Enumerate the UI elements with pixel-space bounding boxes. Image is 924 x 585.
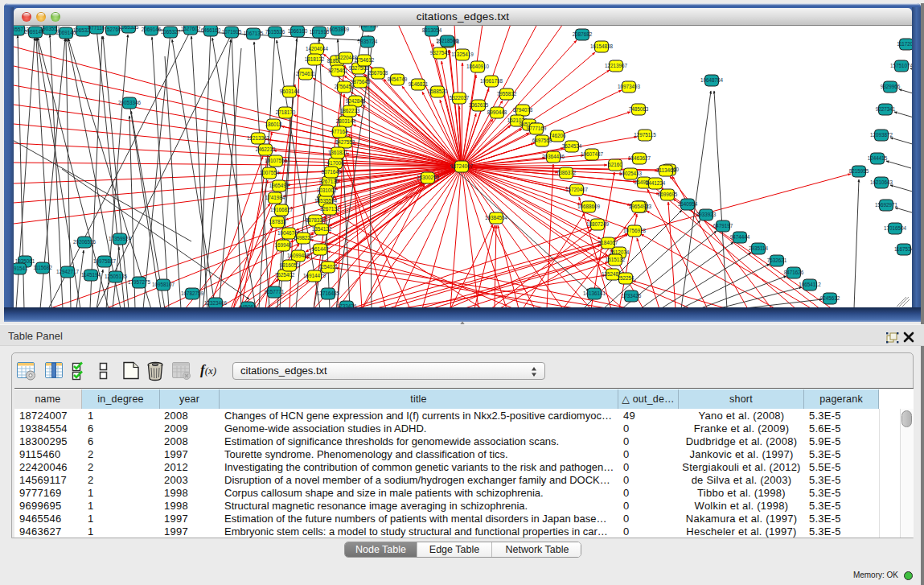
svg-text:10654112: 10654112 [799, 282, 821, 287]
svg-text:3267130: 3267130 [319, 179, 339, 184]
svg-text:8813054: 8813054 [422, 27, 442, 33]
svg-text:10025433: 10025433 [619, 171, 643, 176]
svg-text:19218506: 19218506 [436, 38, 459, 43]
svg-text:3624534: 3624534 [562, 143, 582, 149]
svg-text:2367608: 2367608 [368, 70, 388, 76]
svg-text:10975887: 10975887 [93, 258, 117, 264]
svg-text:2756451: 2756451 [335, 84, 355, 89]
svg-text:1640954: 1640954 [678, 201, 698, 207]
svg-text:9146821: 9146821 [409, 81, 429, 87]
svg-text:20206556: 20206556 [73, 239, 97, 245]
svg-text:977116: 977116 [88, 26, 105, 31]
svg-text:19384554: 19384554 [485, 215, 508, 220]
svg-text:5322037: 5322037 [450, 95, 470, 101]
svg-text:1615132: 1615132 [606, 257, 626, 262]
svg-text:1167534: 1167534 [894, 246, 912, 252]
svg-text:16782759: 16782759 [181, 290, 204, 296]
svg-text:7254021: 7254021 [318, 264, 339, 270]
svg-text:10607487: 10607487 [581, 151, 604, 157]
svg-text:169948: 169948 [274, 242, 292, 248]
svg-text:16914479: 16914479 [303, 273, 326, 278]
svg-text:13535594: 13535594 [314, 198, 338, 204]
svg-text:8878334: 8878334 [306, 217, 326, 223]
svg-text:1117205: 1117205 [897, 41, 912, 47]
svg-text:16053809: 16053809 [326, 27, 350, 32]
svg-text:1066160: 1066160 [288, 28, 308, 34]
svg-text:1244415: 1244415 [868, 155, 888, 161]
svg-text:961447: 961447 [311, 246, 329, 252]
svg-text:14220448: 14220448 [335, 55, 358, 60]
svg-text:9227341: 9227341 [876, 106, 896, 112]
svg-text:1733426: 1733426 [622, 293, 642, 299]
svg-text:10107556: 10107556 [265, 158, 288, 163]
svg-text:10958107: 10958107 [152, 282, 175, 287]
svg-text:1361821: 1361821 [328, 150, 348, 155]
svg-text:2935114: 2935114 [749, 245, 769, 251]
svg-text:13716485: 13716485 [317, 290, 340, 296]
svg-text:1115682: 1115682 [33, 265, 52, 270]
svg-text:17359924: 17359924 [109, 236, 132, 241]
svg-text:1071915: 1071915 [222, 29, 242, 35]
svg-text:391541: 391541 [14, 266, 28, 271]
svg-text:18300295: 18300295 [417, 175, 440, 180]
svg-text:6794078: 6794078 [513, 107, 533, 113]
svg-text:1065327: 1065327 [161, 29, 181, 35]
svg-text:62160: 62160 [608, 162, 622, 167]
svg-text:1031002: 1031002 [317, 187, 337, 193]
svg-text:186018: 186018 [265, 122, 282, 127]
svg-text:1065325: 1065325 [119, 26, 139, 30]
svg-text:945061: 945061 [239, 304, 257, 307]
svg-text:1354122: 1354122 [312, 226, 332, 232]
svg-text:1588520: 1588520 [428, 89, 448, 94]
svg-text:12093872: 12093872 [870, 132, 893, 138]
svg-text:252254: 252254 [617, 275, 634, 281]
svg-text:9329966: 9329966 [881, 84, 901, 89]
svg-text:7485063: 7485063 [629, 106, 649, 112]
svg-text:15720407: 15720407 [565, 187, 589, 192]
svg-text:14204044: 14204044 [306, 46, 329, 51]
svg-text:1267131: 1267131 [320, 206, 340, 212]
svg-text:1067135: 1067135 [244, 31, 264, 36]
svg-text:17016504: 17016504 [884, 225, 907, 231]
svg-text:1498222: 1498222 [294, 235, 314, 241]
svg-text:2462213: 2462213 [256, 146, 276, 152]
svg-text:1862213: 1862213 [340, 108, 360, 113]
svg-text:417006: 417006 [326, 160, 344, 166]
svg-text:1965498: 1965498 [269, 183, 290, 188]
svg-text:14136141: 14136141 [583, 290, 606, 296]
svg-text:3113469: 3113469 [656, 167, 676, 173]
svg-text:15692971: 15692971 [875, 202, 898, 208]
svg-text:12975115: 12975115 [634, 132, 656, 138]
svg-text:7515526: 7515526 [265, 29, 285, 35]
svg-text:10648784: 10648784 [700, 77, 724, 83]
svg-text:15751074: 15751074 [890, 63, 912, 68]
svg-text:7386372: 7386372 [556, 170, 577, 175]
svg-text:12505135: 12505135 [105, 274, 128, 279]
svg-text:9242848: 9242848 [346, 98, 366, 104]
svg-text:9816051: 9816051 [280, 262, 300, 268]
svg-text:16154838: 16154838 [590, 43, 614, 49]
svg-text:20364436: 20364436 [542, 154, 565, 159]
svg-text:9184067: 9184067 [598, 240, 618, 245]
svg-text:8471626: 8471626 [784, 270, 804, 275]
svg-text:6497568: 6497568 [532, 138, 552, 143]
svg-text:9474444: 9474444 [730, 234, 750, 240]
svg-text:1818132: 1818132 [305, 56, 325, 62]
svg-text:1067136: 1067136 [359, 26, 379, 28]
svg-text:7632621: 7632621 [767, 257, 787, 263]
svg-text:1965493: 1965493 [629, 204, 649, 209]
svg-text:8990448: 8990448 [487, 109, 507, 115]
svg-text:12323466: 12323466 [204, 300, 228, 306]
svg-text:9245612: 9245612 [820, 295, 840, 301]
svg-text:8441234: 8441234 [646, 180, 666, 186]
svg-text:1145194: 1145194 [81, 272, 101, 278]
svg-text:18724007: 18724007 [450, 163, 474, 169]
svg-text:2087682: 2087682 [573, 31, 593, 37]
svg-text:1733426: 1733426 [337, 303, 357, 307]
svg-text:18463627: 18463627 [628, 155, 651, 161]
svg-text:1275461: 1275461 [328, 68, 348, 73]
svg-text:10961758: 10961758 [480, 78, 503, 84]
svg-text:18640910: 18640910 [466, 64, 490, 69]
svg-text:8454749: 8454749 [388, 76, 408, 82]
svg-text:9327541: 9327541 [430, 50, 450, 56]
